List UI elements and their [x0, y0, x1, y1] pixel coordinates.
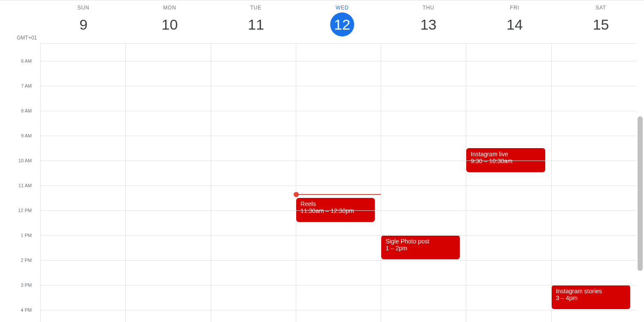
hour-gridline	[40, 161, 636, 161]
day-headers: SUN9MON10TUE11WED12THU13FRI14SAT15	[40, 0, 644, 43]
timezone-label: GMT+01	[0, 0, 40, 43]
hour-gridline	[40, 210, 636, 211]
hour-label: 12 PM	[18, 208, 32, 213]
day-header[interactable]: THU13	[385, 0, 471, 43]
event-time: 11:30am – 12:30pm	[301, 207, 371, 214]
hour-label: 2 PM	[21, 258, 32, 263]
hour-label: 10 AM	[18, 158, 32, 163]
hour-label: 11 AM	[18, 183, 32, 188]
event-title: Instagram live	[471, 151, 541, 158]
hour-label: 6 AM	[21, 58, 32, 64]
day-number[interactable]: 9	[71, 12, 95, 36]
day-column[interactable]: Sigle Photo post1 – 2pm	[381, 43, 466, 322]
hour-gridline	[40, 136, 636, 136]
day-header[interactable]: SAT15	[558, 0, 644, 43]
event-title: Instagram stories	[556, 288, 626, 295]
hour-gridline	[40, 86, 636, 86]
day-of-week-label: THU	[422, 5, 434, 11]
calendar-event[interactable]: Sigle Photo post1 – 2pm	[381, 235, 460, 259]
hour-gridline	[40, 61, 636, 61]
day-columns: Reels11:30am – 12:30pmSigle Photo post1 …	[40, 43, 636, 322]
hour-label: 8 AM	[21, 108, 32, 113]
calendar-event[interactable]: Instagram live9:30 – 10:30am	[466, 148, 545, 172]
calendar-week-view: GMT+01 SUN9MON10TUE11WED12THU13FRI14SAT1…	[0, 0, 644, 322]
event-time: 9:30 – 10:30am	[471, 158, 541, 164]
day-column[interactable]	[211, 43, 296, 322]
hour-label: 9 AM	[21, 133, 32, 138]
day-header[interactable]: SUN9	[40, 0, 127, 43]
day-header[interactable]: FRI14	[471, 0, 558, 43]
hour-label: 1 PM	[21, 233, 32, 238]
day-number[interactable]: 10	[158, 12, 182, 36]
scrollbar-thumb[interactable]	[638, 116, 643, 271]
day-number[interactable]: 14	[503, 12, 527, 36]
calendar-event[interactable]: Reels11:30am – 12:30pm	[296, 198, 375, 222]
hour-gridline	[40, 185, 636, 186]
event-title: Reels	[301, 200, 371, 207]
day-of-week-label: WED	[336, 5, 349, 11]
event-time: 1 – 2pm	[386, 245, 456, 252]
calendar-event[interactable]: Instagram stories3 – 4pm	[552, 285, 630, 309]
day-header[interactable]: TUE11	[213, 0, 299, 43]
day-column[interactable]	[40, 43, 125, 322]
day-of-week-label: FRI	[510, 5, 519, 11]
day-of-week-label: SUN	[78, 5, 90, 11]
hour-gridline	[40, 235, 636, 236]
event-title: Sigle Photo post	[386, 238, 456, 245]
hour-label: 7 AM	[21, 83, 32, 88]
day-column[interactable]: Reels11:30am – 12:30pm	[296, 43, 381, 322]
current-time-dot	[294, 192, 299, 197]
hour-gridline	[40, 285, 636, 286]
hour-gridline	[40, 260, 636, 261]
scrollbar-track[interactable]	[636, 43, 644, 322]
hour-label: 3 PM	[21, 283, 32, 288]
hour-label: 4 PM	[21, 307, 32, 313]
hour-gridline	[40, 111, 636, 111]
day-of-week-label: TUE	[250, 5, 261, 11]
day-header[interactable]: MON10	[127, 0, 213, 43]
day-number[interactable]: 11	[244, 12, 268, 36]
day-of-week-label: MON	[163, 5, 176, 11]
current-time-indicator	[296, 194, 381, 195]
time-gutter: 6 AM7 AM8 AM9 AM10 AM11 AM12 PM1 PM2 PM3…	[0, 43, 40, 322]
time-grid[interactable]: 6 AM7 AM8 AM9 AM10 AM11 AM12 PM1 PM2 PM3…	[0, 43, 636, 322]
day-column[interactable]: Instagram stories3 – 4pm	[551, 43, 636, 322]
day-column[interactable]: Instagram live9:30 – 10:30am	[466, 43, 551, 322]
day-of-week-label: SAT	[595, 5, 606, 11]
day-number[interactable]: 13	[416, 12, 440, 36]
week-header: GMT+01 SUN9MON10TUE11WED12THU13FRI14SAT1…	[0, 0, 644, 43]
day-number[interactable]: 15	[589, 12, 613, 36]
day-column[interactable]	[125, 43, 210, 322]
day-header[interactable]: WED12	[299, 0, 386, 43]
event-time: 3 – 4pm	[556, 295, 626, 301]
hour-gridline	[40, 310, 636, 310]
day-number[interactable]: 12	[330, 12, 354, 36]
